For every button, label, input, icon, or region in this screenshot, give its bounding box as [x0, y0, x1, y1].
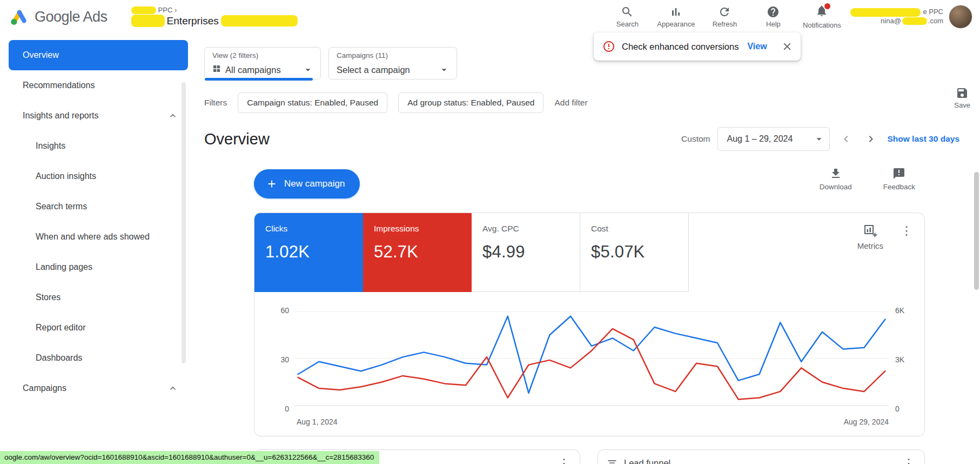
x-axis: Aug 1, 2024 Aug 29, 2024: [297, 417, 889, 436]
sidebar-item-insights-and-reports[interactable]: Insights and reports: [9, 101, 188, 131]
breadcrumb-parent: PPC ›: [129, 6, 300, 15]
filters-label: Filters: [204, 98, 227, 108]
metric-card-impressions[interactable]: Impressions 52.7K: [363, 213, 472, 292]
save-button[interactable]: Save: [954, 87, 970, 109]
notifications-button[interactable]: Notifications: [797, 1, 846, 32]
metric-value: 52.7K: [374, 242, 461, 262]
axis-tick: 0: [895, 405, 919, 413]
sidebar-item-search-terms[interactable]: Search terms: [9, 191, 188, 222]
metric-card-cost[interactable]: Cost $5.07K: [580, 213, 689, 292]
metric-value: $5.07K: [591, 242, 677, 262]
chevron-up-icon: [167, 110, 178, 121]
sidebar-item-landing-pages[interactable]: Landing pages: [9, 252, 188, 282]
campaign-selector-label: Campaigns (11): [337, 51, 450, 59]
next-period-button[interactable]: [862, 130, 880, 148]
sidebar: Overview Recommendations Insights and re…: [0, 34, 203, 464]
sidebar-scrollbar[interactable]: [182, 82, 186, 363]
plus-icon: [266, 178, 278, 190]
account-email-line: nina@ .com: [848, 17, 943, 26]
date-range-selector[interactable]: Aug 1 – 29, 2024: [717, 127, 830, 151]
series-impressions: [298, 329, 885, 400]
download-label: Download: [820, 183, 852, 191]
campaign-selector[interactable]: Campaigns (11) Select a campaign: [328, 47, 457, 79]
sidebar-item-dashboards[interactable]: Dashboards: [9, 343, 188, 373]
sidebar-item-label: Overview: [23, 50, 59, 61]
sidebar-item-label: Insights and reports: [23, 110, 99, 122]
add-filter-button[interactable]: Add filter: [554, 98, 587, 108]
account-info[interactable]: e PPC nina@ .com: [848, 8, 943, 26]
right-axis: 6K 3K 0: [889, 305, 919, 413]
chevron-up-icon: [167, 383, 178, 394]
metrics-button[interactable]: Metrics: [857, 224, 883, 250]
redaction-highlight: [902, 17, 927, 25]
previous-period-button[interactable]: [837, 130, 855, 148]
enhanced-conversions-toast: Check enhanced conversions View: [594, 32, 801, 61]
notification-badge: [823, 2, 831, 10]
metric-card-clicks[interactable]: Clicks 1.02K: [254, 213, 363, 292]
search-icon: [621, 5, 634, 18]
save-icon: [956, 87, 969, 100]
save-label: Save: [954, 101, 970, 109]
card-overflow-menu-button[interactable]: ⋮: [897, 224, 916, 238]
filter-chip-ad-group-status[interactable]: Ad group status: Enabled, Paused: [398, 92, 543, 113]
sidebar-item-stores[interactable]: Stores: [9, 282, 188, 313]
filter-chip-campaign-status[interactable]: Campaign status: Enabled, Paused: [238, 92, 387, 113]
lead-funnel-card: Lead funnel ⋮: [598, 449, 925, 464]
performance-chart: 60 30 0 6K 3K 0: [254, 292, 924, 413]
sidebar-item-label: Auction insights: [36, 171, 96, 182]
refresh-icon: [718, 5, 731, 18]
new-campaign-label: New campaign: [284, 178, 345, 189]
sidebar-item-campaigns[interactable]: Campaigns: [9, 373, 188, 403]
appearance-button[interactable]: Appearance: [652, 2, 700, 31]
chevron-down-icon: [438, 64, 450, 76]
sidebar-item-when-and-where-ads-showed[interactable]: When and where ads showed: [9, 222, 188, 252]
chevron-left-icon: [840, 132, 853, 145]
line-chart[interactable]: [294, 305, 889, 413]
series-clicks: [298, 316, 885, 393]
filters-row: Filters Campaign status: Enabled, Paused…: [204, 92, 964, 113]
grid-icon: [212, 64, 221, 73]
refresh-button[interactable]: Refresh: [700, 2, 749, 31]
sidebar-item-label: Stores: [36, 292, 61, 303]
sidebar-item-insights[interactable]: Insights: [9, 131, 188, 161]
avatar[interactable]: [949, 5, 972, 29]
sidebar-item-overview[interactable]: Overview: [9, 40, 188, 70]
toast-close-button[interactable]: [781, 41, 793, 52]
metric-header-row: Clicks 1.02K Impressions 52.7K Avg. CPC …: [254, 213, 924, 292]
sidebar-item-report-editor[interactable]: Report editor: [9, 313, 188, 343]
axis-tick: 6K: [895, 306, 919, 315]
download-button[interactable]: Download: [820, 167, 852, 191]
new-campaign-button[interactable]: New campaign: [254, 169, 360, 198]
breadcrumb[interactable]: PPC › Enterprises: [129, 6, 300, 28]
metric-label: Clicks: [265, 224, 352, 234]
sidebar-item-label: Campaigns: [23, 383, 66, 394]
sidebar-item-recommendations[interactable]: Recommendations: [9, 70, 188, 101]
google-ads-logo[interactable]: Google Ads: [10, 8, 108, 25]
metric-card-avg-cpc[interactable]: Avg. CPC $4.99: [472, 213, 580, 292]
help-icon: [767, 5, 780, 18]
sidebar-item-label: Insights: [36, 141, 65, 152]
help-button[interactable]: Help: [749, 2, 797, 31]
close-icon: [781, 41, 793, 52]
x-axis-end-label: Aug 29, 2024: [844, 417, 889, 426]
feedback-label: Feedback: [883, 183, 915, 191]
show-last-30-days-link[interactable]: Show last 30 days: [887, 134, 959, 144]
account-name-suffix: e PPC: [923, 8, 943, 17]
card-overflow-menu-button[interactable]: ⋮: [900, 456, 918, 464]
feedback-button[interactable]: Feedback: [883, 167, 915, 191]
bar-chart-icon: [669, 5, 682, 18]
sidebar-item-auction-insights[interactable]: Auction insights: [9, 161, 188, 191]
search-button[interactable]: Search: [603, 2, 652, 31]
page-scrollbar[interactable]: [974, 172, 979, 290]
x-axis-start-label: Aug 1, 2024: [297, 417, 338, 426]
axis-tick: 60: [263, 306, 289, 315]
metric-label: Avg. CPC: [482, 224, 569, 234]
view-selector[interactable]: View (2 filters) All campaigns: [204, 47, 321, 79]
metric-value: $4.99: [482, 242, 569, 262]
toast-message: Check enhanced conversions: [622, 42, 739, 52]
toast-view-link[interactable]: View: [747, 42, 767, 51]
date-mode-label: Custom: [681, 134, 710, 144]
axis-tick: 30: [263, 355, 289, 364]
card-overflow-menu-button[interactable]: ⋮: [555, 456, 573, 464]
actions-row: New campaign Download Feedback: [254, 169, 964, 198]
